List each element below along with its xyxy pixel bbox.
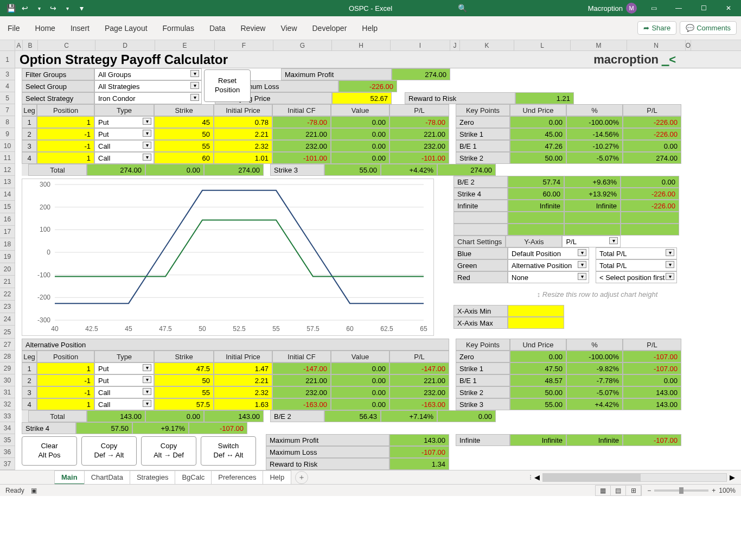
maximize-icon[interactable]: ☐ xyxy=(691,0,716,16)
ribbon-tab-file[interactable]: File xyxy=(7,18,21,38)
chart-series-pos-dropdown-1[interactable]: Alternative Position xyxy=(508,259,589,271)
sheet-tab-strategies[interactable]: Strategies xyxy=(130,470,176,485)
leg-initial-price[interactable]: 1.47 xyxy=(214,362,272,374)
leg-strike[interactable]: 55 xyxy=(154,386,214,398)
leg-type-dropdown[interactable]: Put xyxy=(94,116,154,128)
ribbon-tab-home[interactable]: Home xyxy=(34,18,56,38)
row-header-12[interactable]: 12 xyxy=(0,164,15,176)
col-header-H[interactable]: H xyxy=(332,40,391,50)
row-header-36[interactable]: 36 xyxy=(0,446,15,458)
sheet-tab-bgcalc[interactable]: BgCalc xyxy=(175,470,212,485)
action-button-3[interactable]: SwitchDef ↔ Alt xyxy=(201,436,256,466)
row-header-33[interactable]: 33 xyxy=(0,410,15,422)
leg-initial-price[interactable]: 2.32 xyxy=(214,386,272,398)
horizontal-scrollbar[interactable] xyxy=(542,473,727,482)
leg-initial-price[interactable]: 2.21 xyxy=(214,374,272,386)
minimize-icon[interactable]: — xyxy=(666,0,691,16)
reset-position-button[interactable]: ResetPosition xyxy=(204,69,251,102)
leg-type-dropdown[interactable]: Call xyxy=(94,140,154,152)
row-header-23[interactable]: 23 xyxy=(0,301,15,313)
leg-strike[interactable]: 55 xyxy=(154,140,214,152)
row-header-3[interactable]: 3 xyxy=(0,68,15,80)
account[interactable]: Macroption M xyxy=(588,3,637,14)
row-header-27[interactable]: 27 xyxy=(0,339,15,351)
select-all-corner[interactable] xyxy=(0,40,15,50)
search-icon[interactable]: 🔍 xyxy=(456,2,469,15)
chart-series-pos-dropdown-0[interactable]: Default Position xyxy=(508,247,589,259)
col-header-I[interactable]: I xyxy=(391,40,450,50)
ribbon-display-icon[interactable]: ▭ xyxy=(641,0,666,16)
row-header-25[interactable]: 25 xyxy=(0,326,15,339)
ribbon-tab-insert[interactable]: Insert xyxy=(69,18,91,38)
col-header-F[interactable]: F xyxy=(215,40,273,50)
col-header-B[interactable]: B xyxy=(23,40,38,50)
comments-button[interactable]: 💬Comments xyxy=(680,21,737,35)
leg-initial-price[interactable]: 1.63 xyxy=(214,398,272,410)
undo-icon[interactable]: ↩ xyxy=(18,2,31,15)
close-icon[interactable]: ✕ xyxy=(716,0,741,16)
leg-strike[interactable]: 50 xyxy=(154,128,214,140)
chart-series-metric-dropdown-2[interactable]: < Select position first xyxy=(596,271,677,283)
row-header-29[interactable]: 29 xyxy=(0,362,15,374)
row-header-4[interactable]: 4 xyxy=(0,80,15,92)
leg-initial-price[interactable]: 2.21 xyxy=(214,128,272,140)
leg-initial-price[interactable]: 0.78 xyxy=(214,116,272,128)
zoom-out-button[interactable]: − xyxy=(647,487,651,494)
col-header-N[interactable]: N xyxy=(627,40,686,50)
share-button[interactable]: ➦Share xyxy=(637,21,676,35)
redo-icon[interactable]: ↪ xyxy=(47,2,60,15)
col-header-G[interactable]: G xyxy=(273,40,332,50)
ribbon-tab-view[interactable]: View xyxy=(279,18,298,38)
row-header-10[interactable]: 10 xyxy=(0,140,15,152)
leg-position[interactable]: -1 xyxy=(37,386,94,398)
page-layout-view-icon[interactable]: ▤ xyxy=(611,486,626,495)
filter-dropdown-1[interactable]: All Strategies xyxy=(94,80,202,92)
row-header-24[interactable]: 24 xyxy=(0,313,15,326)
col-header-J[interactable]: J xyxy=(450,40,460,50)
leg-type-dropdown[interactable]: Put xyxy=(94,128,154,140)
filter-dropdown-2[interactable]: Iron Condor xyxy=(94,92,202,104)
leg-position[interactable]: -1 xyxy=(37,140,94,152)
normal-view-icon[interactable]: ▦ xyxy=(596,486,611,495)
leg-position[interactable]: 1 xyxy=(37,152,94,164)
row-header-14[interactable]: 14 xyxy=(0,188,15,201)
xmin-input[interactable] xyxy=(508,305,564,317)
row-header-34[interactable]: 34 xyxy=(0,422,15,434)
row-header-19[interactable]: 19 xyxy=(0,251,15,263)
action-button-2[interactable]: CopyAlt → Def xyxy=(141,436,196,466)
col-header-A[interactable]: A xyxy=(15,40,23,50)
col-header-D[interactable]: D xyxy=(95,40,155,50)
new-sheet-button[interactable]: ＋ xyxy=(295,471,308,484)
col-header-K[interactable]: K xyxy=(460,40,514,50)
row-header-1[interactable]: 1 xyxy=(0,51,15,68)
qat-customize-icon[interactable]: ▾ xyxy=(75,2,88,15)
leg-position[interactable]: -1 xyxy=(37,374,94,386)
row-header-30[interactable]: 30 xyxy=(0,374,15,386)
row-header-22[interactable]: 22 xyxy=(0,288,15,301)
col-header-L[interactable]: L xyxy=(514,40,571,50)
chart-series-pos-dropdown-2[interactable]: None xyxy=(508,271,589,283)
col-header-M[interactable]: M xyxy=(571,40,627,50)
row-header-32[interactable]: 32 xyxy=(0,398,15,410)
row-header-7[interactable]: 7 xyxy=(0,104,15,116)
action-button-0[interactable]: ClearAlt Pos xyxy=(22,436,77,466)
leg-type-dropdown[interactable]: Put xyxy=(94,374,154,386)
row-header-16[interactable]: 16 xyxy=(0,213,15,226)
sheet-tab-preferences[interactable]: Preferences xyxy=(211,470,263,485)
row-header-17[interactable]: 17 xyxy=(0,226,15,238)
action-button-1[interactable]: CopyDef → Alt xyxy=(81,436,137,466)
col-header-O[interactable]: O xyxy=(686,40,691,50)
sheet-tab-chartdata[interactable]: ChartData xyxy=(84,470,130,485)
sheet-tab-main[interactable]: Main xyxy=(54,470,85,485)
scroll-right-button[interactable]: ▶ xyxy=(728,473,737,481)
ribbon-tab-review[interactable]: Review xyxy=(240,18,267,38)
leg-position[interactable]: 1 xyxy=(37,362,94,374)
row-header-37[interactable]: 37 xyxy=(0,458,15,470)
ribbon-tab-developer[interactable]: Developer xyxy=(311,18,348,38)
row-header-11[interactable]: 11 xyxy=(0,152,15,164)
leg-strike[interactable]: 60 xyxy=(154,152,214,164)
yaxis-dropdown[interactable]: P/L xyxy=(562,236,621,247)
zoom-in-button[interactable]: + xyxy=(712,487,716,494)
save-icon[interactable]: 💾 xyxy=(4,2,17,15)
row-header-5[interactable]: 5 xyxy=(0,92,15,104)
